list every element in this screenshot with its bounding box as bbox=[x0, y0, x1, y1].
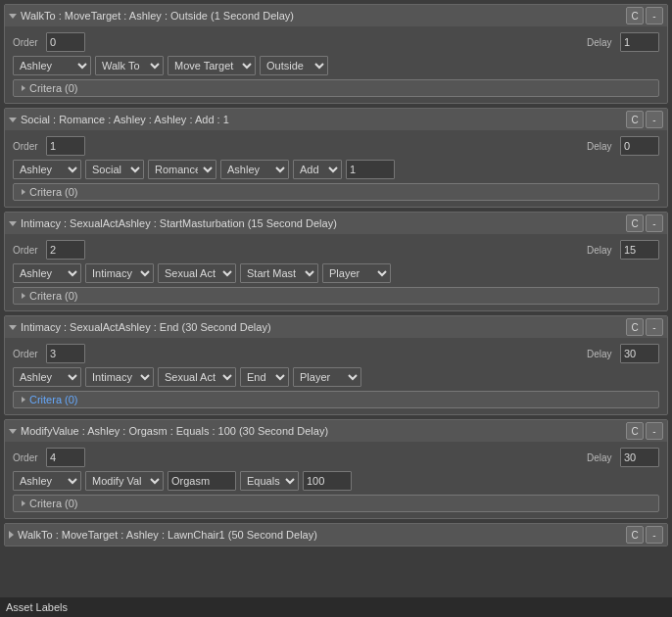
field-select-0-3[interactable]: Outside bbox=[260, 56, 328, 75]
action-header-2: Intimacy : SexualActAshley : StartMastur… bbox=[5, 213, 667, 234]
remove-button-1[interactable]: - bbox=[646, 111, 663, 128]
delay-input-3[interactable] bbox=[620, 344, 659, 363]
field-select-3-1[interactable]: Intimacy bbox=[85, 367, 154, 387]
order-label-0: Order bbox=[13, 37, 42, 48]
collapse-icon-3[interactable] bbox=[9, 325, 17, 330]
collapse-icon-4[interactable] bbox=[9, 429, 17, 434]
action-block-3: Intimacy : SexualActAshley : End (30 Sec… bbox=[4, 315, 668, 415]
partial-block-title: WalkTo : MoveTarget : Ashley : LawnChair… bbox=[18, 529, 317, 541]
field-select-4-1[interactable]: Modify Val bbox=[85, 471, 164, 491]
field-select-3-4[interactable]: Player bbox=[293, 367, 361, 387]
action-block-1: Social : Romance : Ashley : Ashley : Add… bbox=[4, 108, 668, 208]
collapse-icon-1[interactable] bbox=[9, 118, 17, 122]
criteria-button-1[interactable]: Critera (0) bbox=[13, 183, 659, 201]
order-label-3: Order bbox=[13, 349, 42, 359]
field-select-3-2[interactable]: Sexual Act bbox=[158, 367, 236, 387]
criteria-label-1: Critera (0) bbox=[29, 186, 78, 198]
field-select-3-3[interactable]: End bbox=[240, 367, 289, 387]
action-block-0: WalkTo : MoveTarget : Ashley : Outside (… bbox=[4, 4, 668, 104]
delay-label-4: Delay bbox=[587, 452, 616, 463]
order-label-2: Order bbox=[13, 245, 42, 256]
action-body-4: OrderDelayAshleyModify ValEqualsCritera … bbox=[5, 442, 667, 518]
field-select-0-1[interactable]: Walk To bbox=[95, 56, 164, 75]
partial-remove-button[interactable]: - bbox=[646, 526, 663, 544]
remove-button-3[interactable]: - bbox=[646, 318, 663, 336]
order-input-4[interactable] bbox=[46, 448, 85, 467]
field-select-1-0[interactable]: Ashley bbox=[13, 160, 81, 179]
order-input-2[interactable] bbox=[46, 240, 85, 260]
action-block-2: Intimacy : SexualActAshley : StartMastur… bbox=[4, 212, 668, 311]
field-select-1-1[interactable]: Social bbox=[85, 160, 144, 179]
action-body-1: OrderDelayAshleySocialRomanceAshleyAddCr… bbox=[5, 130, 667, 207]
block-title-1: Social : Romance : Ashley : Ashley : Add… bbox=[21, 114, 229, 125]
field-select-4-3[interactable]: Equals bbox=[240, 471, 299, 491]
criteria-button-4[interactable]: Critera (0) bbox=[13, 495, 659, 512]
criteria-label-3: Critera (0) bbox=[29, 394, 78, 405]
field-select-2-2[interactable]: Sexual Act bbox=[158, 263, 236, 283]
criteria-button-0[interactable]: Critera (0) bbox=[13, 79, 659, 97]
order-input-3[interactable] bbox=[46, 344, 85, 363]
partial-block: WalkTo : MoveTarget : Ashley : LawnChair… bbox=[4, 523, 668, 546]
delay-label-0: Delay bbox=[587, 37, 616, 48]
order-label-4: Order bbox=[13, 452, 42, 463]
criteria-button-2[interactable]: Critera (0) bbox=[13, 287, 659, 305]
collapse-icon-0[interactable] bbox=[9, 14, 17, 19]
delay-label-2: Delay bbox=[587, 245, 616, 256]
remove-button-0[interactable]: - bbox=[646, 7, 663, 24]
delay-input-0[interactable] bbox=[620, 32, 659, 52]
action-block-4: ModifyValue : Ashley : Orgasm : Equals :… bbox=[4, 419, 668, 519]
field-select-2-4[interactable]: Player bbox=[322, 263, 391, 283]
order-input-1[interactable] bbox=[46, 136, 85, 156]
block-title-0: WalkTo : MoveTarget : Ashley : Outside (… bbox=[21, 10, 294, 22]
remove-button-2[interactable]: - bbox=[646, 214, 663, 232]
field-input-1-5[interactable] bbox=[346, 160, 395, 179]
field-select-4-0[interactable]: Ashley bbox=[13, 471, 81, 491]
order-input-0[interactable] bbox=[46, 32, 85, 52]
criteria-button-3[interactable]: Critera (0) bbox=[13, 391, 659, 408]
field-select-2-1[interactable]: Intimacy bbox=[85, 263, 154, 283]
partial-c-button[interactable]: C bbox=[626, 526, 644, 544]
field-select-0-2[interactable]: Move Target bbox=[168, 56, 256, 75]
c-button-1[interactable]: C bbox=[626, 111, 644, 128]
collapse-icon-2[interactable] bbox=[9, 221, 17, 226]
bottom-bar: Asset Labels bbox=[0, 597, 672, 617]
c-button-2[interactable]: C bbox=[626, 214, 644, 232]
criteria-label-2: Critera (0) bbox=[29, 290, 78, 302]
field-select-1-4[interactable]: Add bbox=[293, 160, 342, 179]
remove-button-4[interactable]: - bbox=[646, 422, 663, 440]
bottom-bar-label: Asset Labels bbox=[6, 601, 68, 613]
criteria-triangle-0 bbox=[22, 85, 25, 91]
action-header-1: Social : Romance : Ashley : Ashley : Add… bbox=[5, 109, 667, 130]
c-button-0[interactable]: C bbox=[626, 7, 644, 24]
criteria-triangle-4 bbox=[22, 500, 25, 506]
criteria-triangle-2 bbox=[22, 293, 25, 299]
field-select-2-3[interactable]: Start Mast bbox=[240, 263, 318, 283]
field-select-1-2[interactable]: Romance bbox=[148, 160, 216, 179]
criteria-triangle-1 bbox=[22, 189, 25, 195]
field-input-4-2[interactable] bbox=[168, 471, 236, 491]
c-button-3[interactable]: C bbox=[626, 318, 644, 336]
delay-input-1[interactable] bbox=[620, 136, 659, 156]
action-header-0: WalkTo : MoveTarget : Ashley : Outside (… bbox=[5, 5, 667, 26]
action-body-2: OrderDelayAshleyIntimacySexual ActStart … bbox=[5, 234, 667, 310]
criteria-label-4: Critera (0) bbox=[29, 498, 78, 509]
field-select-2-0[interactable]: Ashley bbox=[13, 263, 81, 283]
field-input-4-4[interactable] bbox=[303, 471, 352, 491]
action-body-3: OrderDelayAshleyIntimacySexual ActEndPla… bbox=[5, 338, 667, 414]
criteria-label-0: Critera (0) bbox=[29, 82, 78, 94]
field-select-0-0[interactable]: Ashley bbox=[13, 56, 91, 75]
order-label-1: Order bbox=[13, 141, 42, 152]
delay-label-3: Delay bbox=[587, 349, 616, 359]
field-select-1-3[interactable]: Ashley bbox=[220, 160, 289, 179]
scroll-area[interactable]: WalkTo : MoveTarget : Ashley : Outside (… bbox=[0, 0, 672, 597]
action-header-3: Intimacy : SexualActAshley : End (30 Sec… bbox=[5, 316, 667, 338]
delay-label-1: Delay bbox=[587, 141, 616, 152]
partial-collapse-icon[interactable] bbox=[9, 531, 14, 539]
field-select-3-0[interactable]: Ashley bbox=[13, 367, 81, 387]
c-button-4[interactable]: C bbox=[626, 422, 644, 440]
action-header-4: ModifyValue : Ashley : Orgasm : Equals :… bbox=[5, 420, 667, 442]
delay-input-4[interactable] bbox=[620, 448, 659, 467]
block-title-3: Intimacy : SexualActAshley : End (30 Sec… bbox=[21, 321, 271, 333]
delay-input-2[interactable] bbox=[620, 240, 659, 260]
block-title-2: Intimacy : SexualActAshley : StartMastur… bbox=[21, 217, 337, 229]
